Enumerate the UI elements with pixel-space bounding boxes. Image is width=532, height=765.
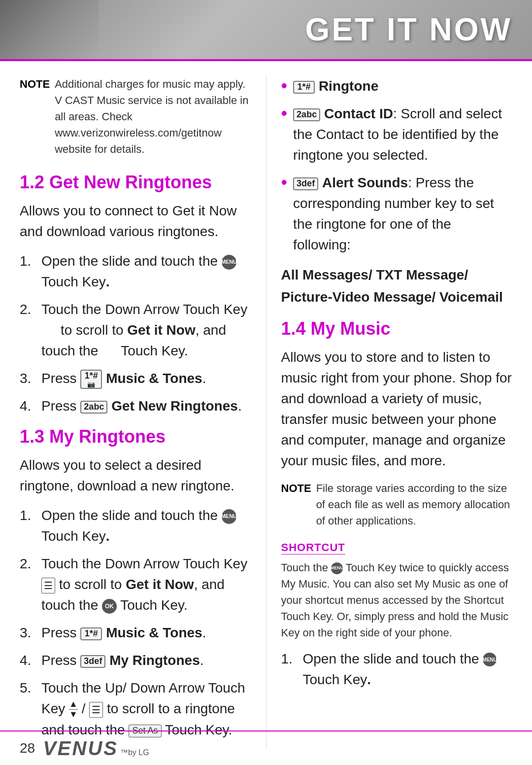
bullet-item-1: • 1*# Ringtone <box>281 76 513 97</box>
bullet-item-3: • 3def Alert Sounds: Press the correspon… <box>281 173 513 255</box>
page-title: GET IT NOW <box>305 11 512 48</box>
shortcut-text: Touch the MENU Touch Key twice to quickl… <box>281 559 513 641</box>
bullet-dot: • <box>281 77 288 95</box>
step-item: 1. Open the slide and touch the MENU Tou… <box>20 251 251 292</box>
bullet-dot: • <box>281 174 288 191</box>
key-1-badge: 1*#📷 <box>80 370 102 389</box>
page-footer: 28 VENUS ™by LG <box>0 730 532 765</box>
key-3-badge: 3def <box>80 655 105 668</box>
right-column: • 1*# Ringtone • 2abc Contact ID: Scroll… <box>266 76 513 749</box>
section-12-steps: 1. Open the slide and touch the MENU Tou… <box>20 251 251 417</box>
section-12-heading: 1.2 Get New Ringtones <box>20 172 251 193</box>
note-block-2: NOTE File storage varies according to th… <box>281 480 513 529</box>
section-14-steps: 1. Open the slide and touch the MENU Tou… <box>281 649 513 690</box>
main-content: NOTE Additional charges for music may ap… <box>0 61 532 764</box>
bullet-item-2: • 2abc Contact ID: Scroll and select the… <box>281 104 513 166</box>
bullet-dot: • <box>281 104 288 122</box>
bullet-content-1: 1*# Ringtone <box>293 76 378 97</box>
section-14-body: Allows you to store and to listen to mus… <box>281 347 513 471</box>
up-down-icon: ▲▼ <box>69 699 78 720</box>
messages-block: All Messages/ TXT Message/ Picture-Video… <box>281 264 513 309</box>
note-text-2: File storage varies according to the siz… <box>316 480 512 529</box>
menu-icon-shortcut: MENU <box>331 562 343 574</box>
note-block-1: NOTE Additional charges for music may ap… <box>20 76 251 157</box>
menu-icon-14: MENU <box>483 653 497 666</box>
ok-icon: OK <box>102 599 117 614</box>
section-14-heading: 1.4 My Music <box>281 318 513 339</box>
left-column: NOTE Additional charges for music may ap… <box>20 76 266 749</box>
step-item: 4. Press 3def My Ringtones. <box>20 650 251 671</box>
section-12-body: Allows you to connect to Get it Now and … <box>20 201 251 242</box>
step-item: 2. Touch the Down Arrow Touch Key to scr… <box>20 299 251 361</box>
header-image <box>0 0 99 59</box>
menu-icon-2: MENU <box>222 509 236 524</box>
brand-name: VENUS <box>43 737 118 760</box>
note-label: NOTE <box>20 76 50 157</box>
step-item: 4. Press 2abc Get New Ringtones. <box>20 396 251 417</box>
section-13-steps: 1. Open the slide and touch the MENU Tou… <box>20 505 251 740</box>
bullet-list-ringtone: • 1*# Ringtone • 2abc Contact ID: Scroll… <box>281 76 513 255</box>
key-2-badge: 2abc <box>80 401 107 414</box>
key-1b-badge: 1*# <box>80 627 102 640</box>
note-label-2: NOTE <box>281 480 311 529</box>
shortcut-block: SHORTCUT Touch the MENU Touch Key twice … <box>281 539 513 641</box>
section-13-body: Allows you to select a desired ringtone,… <box>20 455 251 496</box>
bullet-content-2: 2abc Contact ID: Scroll and select the C… <box>293 104 512 166</box>
brand-logo: VENUS ™by LG <box>43 737 149 760</box>
brand-bylg: ™by LG <box>120 748 149 757</box>
note-text: Additional charges for music may apply. … <box>55 76 251 157</box>
key-3-right: 3def <box>293 177 318 190</box>
page-header: GET IT NOW <box>0 0 532 59</box>
step-item: 3. Press 1*# Music & Tones. <box>20 623 251 643</box>
key-2-right: 2abc <box>293 108 320 121</box>
step-item: 3. Press 1*#📷 Music & Tones. <box>20 368 251 389</box>
step-item: 2. Touch the Down Arrow Touch Key ☰ to s… <box>20 554 251 616</box>
shortcut-label: SHORTCUT <box>281 541 345 555</box>
page-number: 28 <box>20 740 35 756</box>
section-13-heading: 1.3 My Ringtones <box>20 426 251 447</box>
key-1-right: 1*# <box>293 81 315 94</box>
step-item: 1. Open the slide and touch the MENU Tou… <box>281 649 513 690</box>
menu-icon: MENU <box>222 255 236 270</box>
step-item: 1. Open the slide and touch the MENU Tou… <box>20 505 251 547</box>
bullet-content-3: 3def Alert Sounds: Press the correspondi… <box>293 173 512 255</box>
